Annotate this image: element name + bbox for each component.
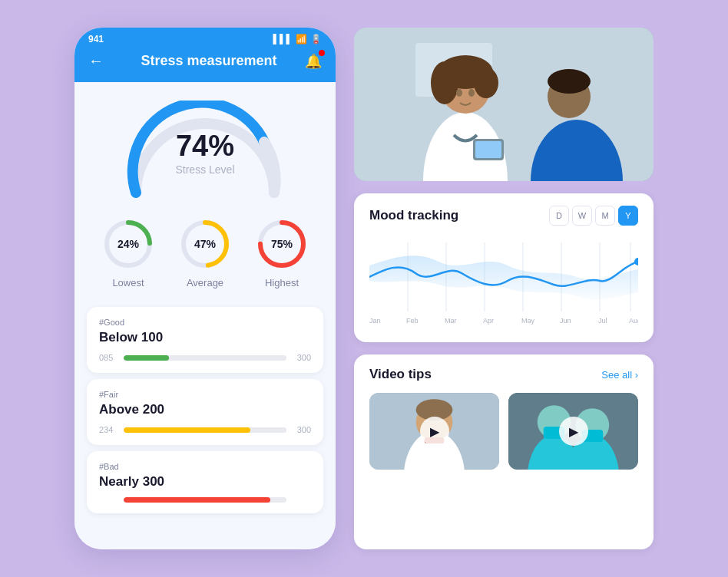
mood-title: Mood tracking bbox=[369, 208, 458, 223]
signal-icon: ▌▌▌ bbox=[273, 34, 293, 45]
metric-min-fair: 234 bbox=[99, 425, 117, 434]
metric-min-good: 085 bbox=[99, 353, 117, 362]
metric-card-fair: #Fair Above 200 234 300 bbox=[87, 379, 323, 445]
metric-bar-good: 085 300 bbox=[99, 353, 311, 362]
svg-point-14 bbox=[456, 89, 462, 97]
phone-body: 74% Stress Level 24% Lowest bbox=[74, 82, 336, 549]
metric-track-fair bbox=[124, 427, 286, 433]
play-button-1[interactable]: ▶ bbox=[420, 417, 449, 446]
svg-text:Apr: Apr bbox=[483, 317, 494, 325]
average-ring: 47% bbox=[178, 217, 232, 271]
metric-fill-bad bbox=[124, 497, 270, 503]
gauge-section: 74% Stress Level bbox=[74, 82, 336, 205]
metric-title-bad: Nearly 300 bbox=[99, 474, 311, 490]
average-value: 47% bbox=[194, 238, 216, 250]
metric-bar-fair: 234 300 bbox=[99, 425, 311, 434]
video-header: Video tips See all › bbox=[369, 367, 638, 382]
average-circle-item: 47% Average bbox=[178, 217, 232, 288]
svg-rect-17 bbox=[475, 141, 501, 158]
svg-text:Mar: Mar bbox=[445, 317, 457, 325]
mood-tabs: D W M Y bbox=[549, 206, 638, 226]
metric-title-good: Below 100 bbox=[99, 330, 311, 345]
video-title: Video tips bbox=[369, 367, 432, 382]
svg-text:Aug: Aug bbox=[629, 317, 638, 325]
right-panel: Mood tracking D W M Y bbox=[354, 28, 654, 549]
metric-fill-good bbox=[124, 355, 169, 361]
see-all-link[interactable]: See all › bbox=[601, 369, 638, 381]
mood-header: Mood tracking D W M Y bbox=[369, 206, 638, 226]
lowest-value: 24% bbox=[117, 238, 139, 250]
gauge-text: 74% Stress Level bbox=[175, 131, 234, 176]
status-time: 941 bbox=[88, 34, 104, 45]
metric-max-good: 300 bbox=[293, 353, 311, 362]
header-title: Stress measurement bbox=[113, 53, 305, 69]
metric-title-fair: Above 200 bbox=[99, 402, 311, 417]
lowest-label: Lowest bbox=[112, 277, 144, 288]
svg-text:Feb: Feb bbox=[406, 317, 419, 325]
metric-card-good: #Good Below 100 085 300 bbox=[87, 307, 323, 373]
phone-mockup: 941 ▌▌▌ 📶 🪫 ← Stress measurement 🔔 bbox=[74, 28, 336, 549]
highest-value: 75% bbox=[271, 238, 293, 250]
mood-chart-svg: Jan Feb Mar Apr May Jun Jul Aug bbox=[369, 235, 638, 327]
metric-fill-fair bbox=[124, 427, 250, 433]
battery-icon: 🪫 bbox=[310, 34, 322, 45]
highest-ring: 75% bbox=[255, 217, 309, 271]
metric-tag-good: #Good bbox=[99, 318, 311, 327]
stress-gauge: 74% Stress Level bbox=[121, 101, 290, 193]
average-label: Average bbox=[187, 277, 223, 288]
metric-tag-bad: #Bad bbox=[99, 462, 311, 471]
back-icon[interactable]: ← bbox=[88, 52, 104, 70]
metric-track-bad bbox=[124, 497, 286, 503]
lowest-circle-item: 24% Lowest bbox=[101, 217, 155, 288]
metric-max-fair: 300 bbox=[293, 425, 311, 434]
svg-point-20 bbox=[548, 69, 591, 94]
svg-text:May: May bbox=[521, 317, 535, 325]
video-thumb-1[interactable]: ▶ bbox=[369, 393, 499, 470]
video-card: Video tips See all › ▶ bbox=[354, 354, 654, 549]
stress-label: Stress Level bbox=[175, 163, 234, 176]
svg-point-15 bbox=[468, 89, 475, 97]
metric-bar-bad bbox=[99, 497, 311, 503]
app-header: ← Stress measurement 🔔 bbox=[74, 45, 336, 82]
status-bar: 941 ▌▌▌ 📶 🪫 bbox=[74, 28, 336, 45]
svg-text:Jul: Jul bbox=[598, 317, 607, 325]
mood-tab-d[interactable]: D bbox=[549, 206, 569, 226]
mood-card: Mood tracking D W M Y bbox=[354, 193, 654, 342]
lowest-ring: 24% bbox=[101, 217, 155, 271]
doctor-image bbox=[354, 28, 654, 181]
wifi-icon: 📶 bbox=[296, 34, 307, 45]
metric-tag-fair: #Fair bbox=[99, 390, 311, 399]
highest-circle-item: 75% Highest bbox=[255, 217, 309, 288]
mood-tab-w[interactable]: W bbox=[572, 206, 592, 226]
video-grid: ▶ ▶ bbox=[369, 393, 638, 470]
doctor-card bbox=[354, 28, 654, 181]
svg-text:Jun: Jun bbox=[560, 317, 571, 325]
metric-card-bad: #Bad Nearly 300 bbox=[87, 451, 323, 513]
svg-point-13 bbox=[474, 68, 498, 98]
bell-icon[interactable]: 🔔 bbox=[305, 54, 322, 69]
svg-point-28 bbox=[634, 258, 638, 265]
svg-text:Jan: Jan bbox=[369, 317, 381, 325]
circles-row: 24% Lowest 47% Average bbox=[74, 205, 336, 301]
video-thumb-2[interactable]: ▶ bbox=[508, 393, 638, 470]
mood-tab-y[interactable]: Y bbox=[618, 206, 638, 226]
mood-tab-m[interactable]: M bbox=[595, 206, 615, 226]
notification-badge bbox=[319, 50, 325, 56]
play-button-2[interactable]: ▶ bbox=[559, 417, 588, 446]
metric-track-good bbox=[124, 355, 286, 361]
stress-percent: 74% bbox=[175, 131, 234, 160]
doctor-scene-svg bbox=[354, 28, 654, 181]
highest-label: Highest bbox=[265, 277, 299, 288]
svg-point-12 bbox=[431, 61, 458, 104]
status-icons: ▌▌▌ 📶 🪫 bbox=[273, 34, 322, 45]
